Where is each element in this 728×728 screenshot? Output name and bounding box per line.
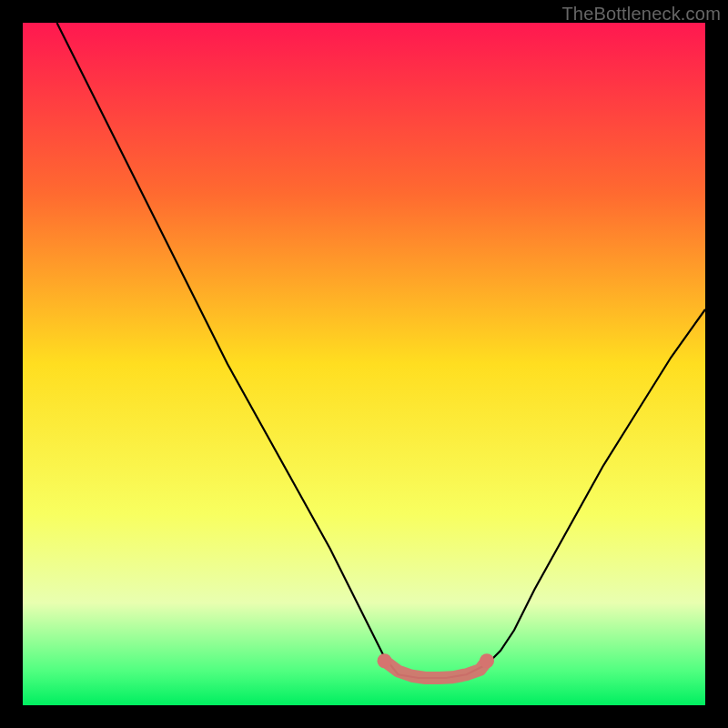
gradient-background xyxy=(23,23,705,705)
chart-frame xyxy=(23,23,705,705)
bottleneck-chart xyxy=(23,23,705,705)
svg-point-1 xyxy=(480,653,494,668)
svg-point-0 xyxy=(378,653,392,668)
watermark-text: TheBottleneck.com xyxy=(561,4,721,25)
